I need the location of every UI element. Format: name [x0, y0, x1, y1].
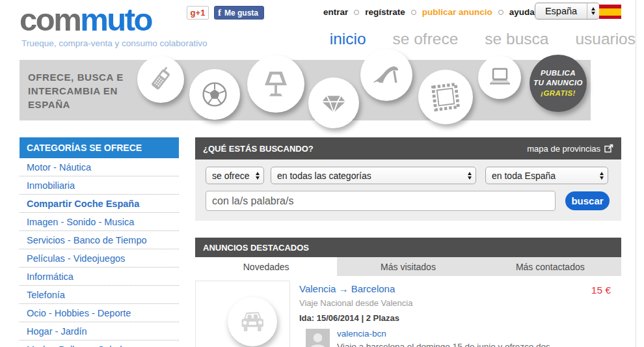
logo-part-blue: muto [80, 2, 152, 37]
nav-item-se-busca[interactable]: se busca [485, 30, 548, 48]
search-panel-title: ¿QUÉ ESTÁS BUSCANDO? [203, 144, 527, 154]
category-select[interactable]: en todas las categorías [271, 167, 476, 184]
listing-row: Valencia → Barcelona Viaje Nacional desd… [195, 276, 621, 347]
province-map-label: mapa de provincias [527, 144, 600, 154]
search-input-row: buscar [206, 191, 611, 211]
spain-flag-icon [599, 5, 621, 19]
nav-item-se-ofrece[interactable]: se ofrece [393, 30, 459, 48]
listing-price: 15 € [591, 285, 611, 296]
high-heel-icon [370, 59, 403, 91]
province-map-link[interactable]: mapa de provincias [527, 144, 613, 154]
soccer-ball-icon [199, 79, 230, 110]
listing-thumbnail[interactable] [228, 297, 277, 346]
sidebar-item-telefonia[interactable]: Telefonía [20, 286, 179, 304]
laptop-icon [485, 63, 514, 92]
categories-sidebar: CATEGORÍAS SE OFRECE Motor - Náutica Inm… [20, 137, 179, 347]
category-circle-home-lighting[interactable] [247, 55, 304, 113]
sidebar-item-imagen-sonido-musica[interactable]: Imagen - Sonido - Musica [20, 213, 179, 231]
location-select[interactable]: en toda España [485, 167, 608, 184]
listing-type-select[interactable]: se ofrece [206, 167, 264, 184]
keywords-input[interactable] [206, 191, 556, 211]
username-link[interactable]: valencia-bcn [337, 329, 550, 339]
category-circle-computers[interactable] [478, 56, 521, 99]
search-panel: ¿QUÉ ESTÁS BUSCANDO? mapa de provincias … [195, 137, 621, 221]
car-icon [237, 307, 268, 336]
select-stepper-icon [587, 3, 599, 19]
separator-dot-icon [411, 10, 416, 15]
nav-item-usuarios[interactable]: usuarios [575, 30, 636, 48]
mobile-phone-icon [146, 65, 175, 94]
category-select-value: en todas las categorías [277, 171, 464, 181]
search-select-row: se ofrece en todas las categorías en tod… [206, 167, 611, 184]
featured-panel-header: ANUNCIOS DESTACADOS [195, 238, 621, 257]
listing-subtitle: Viaje Nacional desde Valencia [299, 298, 585, 308]
listing-details: Ida: 15/06/2014 | 2 Plazas [299, 313, 585, 323]
listing-title-link[interactable]: Valencia → Barcelona [299, 283, 585, 294]
featured-panel-title: ANUNCIOS DESTACADOS [203, 243, 613, 253]
sidebar-item-hogar-jardin[interactable]: Hogar - Jardín [20, 322, 179, 340]
search-body: se ofrece en todas las categorías en tod… [195, 160, 621, 221]
social-buttons: g+1 f Me gusta [187, 6, 264, 20]
publish-ad-link[interactable]: publicar anuncio [422, 7, 492, 17]
search-panel-header: ¿QUÉ ESTÁS BUSCANDO? mapa de provincias [195, 137, 621, 160]
separator-dot-icon [354, 10, 359, 15]
country-select[interactable]: España [535, 3, 600, 20]
publish-badge-line2: TU ANUNCIO [533, 78, 583, 89]
site-tagline: Trueque, compra-venta y consumo colabora… [21, 38, 207, 48]
facebook-icon: f [218, 7, 221, 18]
nav-item-inicio[interactable]: inicio [330, 30, 366, 48]
login-link[interactable]: entrar [323, 7, 348, 17]
search-button[interactable]: buscar [565, 191, 610, 210]
listing-description: Viajo a barcelona el domingo 15 de junio… [337, 342, 550, 347]
category-circle-jewelry[interactable] [308, 77, 359, 128]
tab-novedades[interactable]: Novedades [195, 257, 337, 276]
listing-user-row: valencia-bcn Viajo a barcelona el doming… [306, 329, 585, 347]
listing-type-value: se ofrece [212, 171, 252, 181]
category-circle-collectibles[interactable] [418, 70, 473, 124]
facebook-like-button[interactable]: f Me gusta [214, 6, 264, 20]
person-icon [306, 329, 330, 347]
facebook-like-label: Me gusta [224, 8, 258, 18]
category-circle-phone[interactable] [137, 56, 184, 103]
select-stepper-icon [596, 167, 608, 184]
site-logo[interactable]: commuto [20, 1, 152, 38]
help-link[interactable]: ayuda [509, 7, 535, 17]
google-plus-one-button[interactable]: g+1 [187, 6, 209, 20]
user-avatar[interactable] [306, 329, 330, 347]
sidebar-item-motor-nautica[interactable]: Motor - Náutica [20, 158, 179, 176]
listing-body: Valencia → Barcelona Viaje Nacional desd… [299, 283, 585, 347]
category-circle-sports[interactable] [189, 69, 240, 120]
tab-mas-visitados[interactable]: Más visitados [337, 257, 479, 276]
country-select-value: España [535, 6, 587, 16]
category-circle-fashion[interactable] [360, 49, 412, 101]
select-stepper-icon [252, 167, 263, 184]
select-stepper-icon [464, 167, 476, 184]
diamond-icon [318, 87, 349, 118]
page-right-border [636, 0, 636, 347]
logo-part-gray: com [20, 2, 80, 37]
separator-dot-icon [498, 10, 503, 15]
lamp-icon [258, 66, 293, 102]
main-nav: inicio se ofrece se busca usuarios [330, 30, 636, 48]
sidebar-item-moda-belleza-salud[interactable]: Moda - Belleza - Salud [20, 340, 179, 347]
sidebar-item-servicios-banco-tiempo[interactable]: Servicios - Banco de Tiempo [20, 231, 179, 249]
sidebar-item-peliculas-videojuegos[interactable]: Películas - Videojuegos [20, 249, 179, 268]
listing-user-info: valencia-bcn Viajo a barcelona el doming… [337, 329, 550, 347]
sidebar-header: CATEGORÍAS SE OFRECE [20, 137, 179, 158]
sidebar-item-informatica[interactable]: Informática [20, 268, 179, 286]
publish-badge-line1: PUBLICA [541, 68, 576, 79]
register-link[interactable]: regístrate [365, 7, 405, 17]
page: commuto Trueque, compra-venta y consumo … [0, 0, 644, 347]
location-select-value: en toda España [492, 171, 596, 181]
top-links: entrar regístrate publicar anuncio ayuda [323, 7, 535, 17]
stamp-icon [427, 79, 464, 115]
sidebar-item-compartir-coche[interactable]: Compartir Coche España [20, 195, 179, 213]
publish-badge-gratis: ¡GRATIS! [541, 89, 575, 99]
sidebar-item-inmobiliaria[interactable]: Inmobiliaria [20, 176, 179, 195]
sidebar-item-ocio-hobbies-deporte[interactable]: Ocio - Hobbies - Deporte [20, 304, 179, 322]
publish-ad-free-badge[interactable]: PUBLICA TU ANUNCIO ¡GRATIS! [530, 55, 587, 112]
external-link-icon [604, 144, 613, 153]
tab-mas-contactados[interactable]: Más contactados [479, 257, 621, 276]
featured-tabs: Novedades Más visitados Más contactados [195, 257, 621, 276]
featured-ads-panel: ANUNCIOS DESTACADOS Novedades Más visita… [195, 238, 621, 347]
